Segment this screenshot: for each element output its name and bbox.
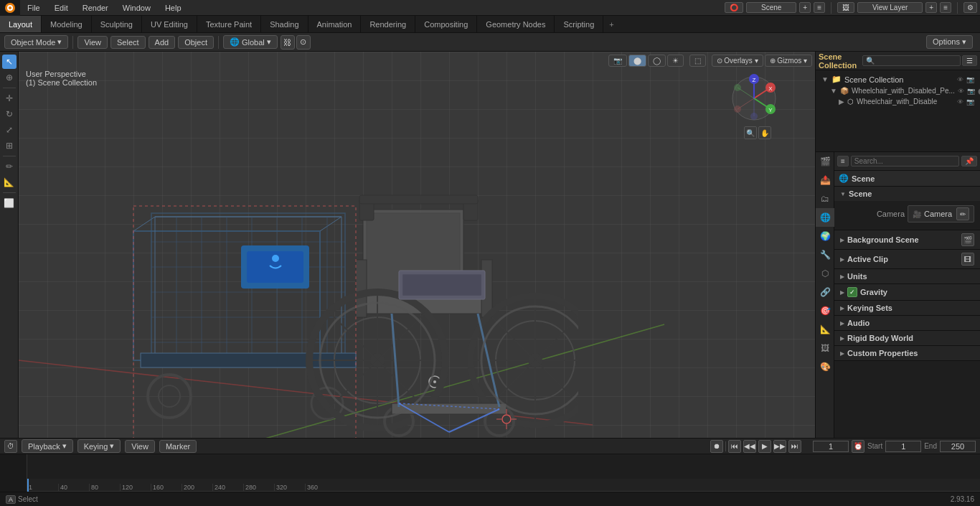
annotate-tool[interactable]: ✏: [2, 159, 17, 174]
current-frame-input[interactable]: [813, 441, 849, 452]
outliner-filter-btn[interactable]: ☰: [962, 55, 977, 66]
nav-gizmo[interactable]: X Y Z: [729, 73, 786, 131]
rotate-tool[interactable]: ↻: [2, 107, 17, 121]
tab-layout[interactable]: Layout: [0, 16, 42, 32]
render-tab[interactable]: 🎬: [816, 152, 834, 171]
keying-header[interactable]: ▶ Keying Sets: [834, 301, 980, 315]
outliner-scene-collection[interactable]: ▼ 📁 Scene Collection 👁 📷: [816, 73, 980, 85]
world-tab[interactable]: 🌍: [816, 227, 834, 245]
viewlayer-add-btn[interactable]: +: [925, 2, 937, 13]
particles-tab[interactable]: 🔗: [816, 283, 834, 301]
add-btn[interactable]: Add: [149, 36, 176, 49]
tab-modeling[interactable]: Modeling: [42, 16, 92, 32]
playback-btn[interactable]: Playback ▾: [22, 439, 73, 453]
prev-frame-btn[interactable]: ◀◀: [743, 440, 756, 453]
props-pin-btn[interactable]: 📌: [961, 156, 977, 167]
menu-file[interactable]: File: [20, 0, 47, 15]
scale-tool[interactable]: ⤢: [2, 123, 17, 137]
cam3-icon[interactable]: 📷: [966, 98, 974, 106]
object-btn[interactable]: Object: [178, 36, 214, 49]
tab-compositing[interactable]: Compositing: [415, 16, 477, 32]
timeline-mode-btn[interactable]: ⏱: [4, 440, 17, 453]
material-tab[interactable]: 🎨: [816, 357, 834, 376]
add-cube-tool[interactable]: ⬜: [2, 196, 17, 210]
tab-shading[interactable]: Shading: [261, 16, 308, 32]
gizmos-btn[interactable]: ⊕ Gizmos ▾: [765, 55, 812, 67]
move-tool[interactable]: ✛: [2, 91, 17, 106]
audio-header[interactable]: ▶ Audio: [834, 316, 980, 330]
menu-help[interactable]: Help: [158, 0, 189, 15]
eye3-icon[interactable]: 👁: [957, 98, 963, 106]
keying-btn[interactable]: Keying ▾: [77, 439, 121, 453]
cursor-tool[interactable]: ⊕: [2, 70, 17, 85]
record-btn[interactable]: ⏺: [710, 440, 723, 453]
tab-rendering[interactable]: Rendering: [361, 16, 415, 32]
props-search[interactable]: [851, 156, 959, 167]
custom-props-header[interactable]: ▶ Custom Properties: [834, 346, 980, 360]
transform-snap-btn[interactable]: ⛓: [281, 35, 295, 50]
output-tab[interactable]: 📤: [816, 171, 834, 189]
units-header[interactable]: ▶ Units: [834, 269, 980, 284]
tab-texture-paint[interactable]: Texture Paint: [197, 16, 261, 32]
camera-view-btn[interactable]: 📷: [608, 55, 627, 67]
end-frame-input[interactable]: [940, 441, 976, 452]
zoom-in-btn[interactable]: 🔍: [744, 126, 757, 139]
settings-btn[interactable]: ⚙: [963, 2, 977, 13]
scene-tab[interactable]: 🌐: [816, 208, 834, 227]
rendered-view-btn[interactable]: ☀: [667, 55, 684, 67]
tab-geometry-nodes[interactable]: Geometry Nodes: [477, 16, 555, 32]
next-frame-btn[interactable]: ▶▶: [773, 440, 786, 453]
tab-add-btn[interactable]: +: [603, 20, 619, 29]
clock-btn[interactable]: ⏰: [852, 440, 864, 453]
scene-icon-btn[interactable]: ⭕: [725, 2, 743, 13]
outliner-search[interactable]: [862, 55, 961, 66]
view-layer-tab[interactable]: 🗂: [816, 189, 834, 208]
constraints-tab[interactable]: 📐: [816, 320, 834, 339]
tab-animation[interactable]: Animation: [308, 16, 362, 32]
cam-icon[interactable]: 📷: [966, 76, 974, 83]
view-btn-tl[interactable]: View: [125, 440, 155, 453]
view-btn[interactable]: View: [77, 36, 108, 49]
camera-value[interactable]: 🎥 Camera ✏: [908, 205, 974, 222]
object-tab[interactable]: 🔧: [816, 245, 834, 264]
object-mode-btn[interactable]: Object Mode ▾: [4, 35, 68, 49]
viewlayer-icon[interactable]: 🖼: [837, 2, 854, 13]
solid-view-btn[interactable]: ⬤: [628, 55, 646, 67]
timeline-track-area[interactable]: 1 40 80 120 160 200 240 280 320 360: [27, 479, 980, 492]
active-clip-icon-btn[interactable]: 🎞: [961, 253, 974, 266]
menu-window[interactable]: Window: [116, 0, 158, 15]
props-filter-btn[interactable]: ≡: [837, 156, 849, 167]
viewlayer-selector[interactable]: View Layer: [857, 2, 923, 13]
timeline-body[interactable]: 1 40 80 120 160 200 240 280 320 360: [0, 454, 980, 492]
modifier-tab[interactable]: ⬡: [816, 264, 834, 283]
menu-render[interactable]: Render: [75, 0, 116, 15]
scene-add-btn[interactable]: +: [799, 2, 811, 13]
rigid-body-header[interactable]: ▶ Rigid Body World: [834, 331, 980, 345]
pan-btn[interactable]: ✋: [758, 126, 771, 139]
outliner-wheelchair-child[interactable]: ▶ ⬡ Wheelchair_with_Disable 👁 📷: [816, 96, 980, 107]
measure-tool[interactable]: 📐: [2, 175, 17, 189]
play-btn[interactable]: ▶: [758, 440, 771, 453]
bg-scene-header[interactable]: ▶ Background Scene 🎬: [834, 230, 980, 249]
camera-edit-btn[interactable]: ✏: [956, 207, 969, 220]
eye-icon[interactable]: 👁: [957, 76, 963, 83]
jump-end-btn[interactable]: ⏭: [788, 440, 801, 453]
marker-btn[interactable]: Marker: [159, 440, 197, 453]
active-clip-header[interactable]: ▶ Active Clip 🎞: [834, 250, 980, 268]
tab-scripting[interactable]: Scripting: [555, 16, 603, 32]
tab-uv-editing[interactable]: UV Editing: [142, 16, 197, 32]
outliner-wheelchair-collection[interactable]: ▼ 📦 Wheelchair_with_Disabled_Pe... 👁 📷 ⬤: [816, 85, 980, 96]
options-btn[interactable]: Options ▾: [926, 35, 973, 49]
tab-sculpting[interactable]: Sculpting: [92, 16, 142, 32]
viewport[interactable]: User Perspective (1) Scene Collection 📷 …: [19, 52, 815, 438]
select-btn[interactable]: Select: [110, 36, 146, 49]
select-tool[interactable]: ↖: [2, 55, 17, 69]
proportional-btn[interactable]: ⊙: [296, 35, 311, 50]
overlays-btn[interactable]: ⊙ Overlays ▾: [712, 55, 763, 67]
cam2-icon[interactable]: 📷: [967, 88, 975, 95]
scene-list-btn[interactable]: ≡: [814, 2, 825, 13]
data-tab[interactable]: 🖼: [816, 339, 834, 357]
jump-start-btn[interactable]: ⏮: [728, 440, 741, 453]
physics-tab[interactable]: 🎯: [816, 301, 834, 320]
menu-edit[interactable]: Edit: [47, 0, 75, 15]
